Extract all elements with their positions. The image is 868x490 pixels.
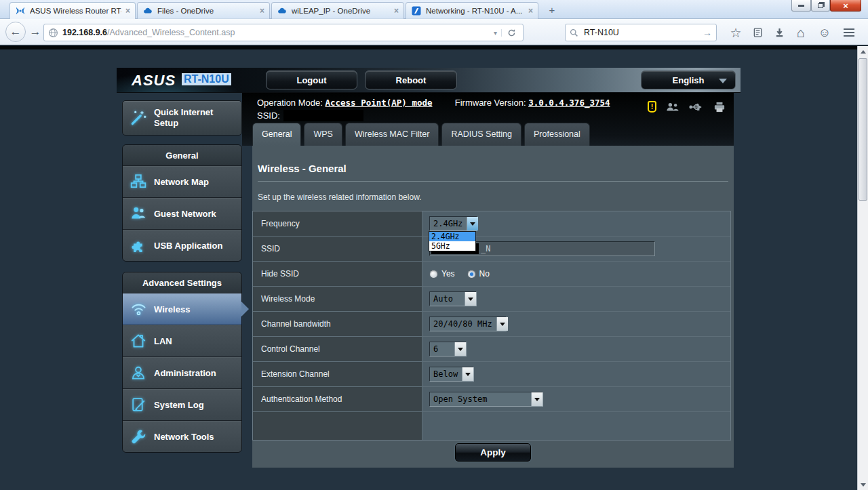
new-tab-button[interactable]: +	[544, 4, 560, 17]
control-channel-value: 6	[430, 342, 454, 356]
tab-professional[interactable]: Professional	[524, 123, 590, 146]
reload-icon	[507, 28, 516, 37]
wireless-mode-value: Auto	[430, 292, 465, 306]
scroll-down-button[interactable]	[858, 479, 868, 490]
sidebar-item-quick-internet-setup[interactable]: Quick Internet Setup	[122, 100, 242, 136]
scroll-up-button[interactable]	[858, 46, 868, 57]
frequency-select[interactable]: 2.4GHz	[429, 216, 477, 231]
forward-button[interactable]: →	[28, 26, 42, 38]
warning-lamp-icon[interactable]: !	[648, 101, 656, 113]
radio-label: Yes	[441, 269, 455, 279]
wrench-icon	[123, 428, 154, 445]
title-divider	[258, 181, 728, 182]
close-icon[interactable]: ×	[260, 7, 264, 14]
tab-radius-setting[interactable]: RADIUS Setting	[441, 123, 521, 146]
network-map-icon	[123, 173, 154, 190]
url-dropdown-icon[interactable]: ▾	[490, 29, 502, 37]
sidebar-item-label: Network Map	[154, 177, 209, 187]
scrollbar-thumb[interactable]	[859, 58, 867, 201]
downloads-icon[interactable]	[771, 25, 787, 40]
row-ssid: SSID _N	[253, 237, 730, 262]
sidebar-item-label: LAN	[154, 336, 172, 346]
extension-channel-select[interactable]: Below	[429, 367, 474, 382]
browser-window: ASUS Wireless Router RT-N... × Files - O…	[0, 0, 868, 490]
dropdown-arrow-icon[interactable]	[454, 342, 466, 356]
sidebar-item-network-map[interactable]: Network Map	[123, 165, 241, 197]
sidebar-item-administration[interactable]: Administration	[123, 356, 241, 388]
channel-bandwidth-select[interactable]: 20/40/80 MHz	[429, 317, 507, 331]
row-empty	[253, 412, 730, 440]
authentication-method-select[interactable]: Open System	[429, 392, 543, 407]
frequency-option-5ghz[interactable]: 5GHz	[429, 241, 475, 251]
tab-general[interactable]: General	[252, 123, 301, 146]
reload-button[interactable]	[502, 28, 519, 37]
printer-icon[interactable]	[713, 102, 726, 113]
apply-button[interactable]: Apply	[455, 443, 531, 462]
ssid-redacted-value	[283, 110, 363, 121]
dropdown-arrow-icon[interactable]	[467, 217, 478, 230]
bookmarks-panel-icon[interactable]	[749, 25, 766, 40]
router-model: RT-N10U	[182, 73, 231, 85]
chat-smiley-icon[interactable]: ☺	[816, 25, 833, 40]
close-icon[interactable]: ×	[125, 7, 130, 14]
firmware-value[interactable]: 3.0.0.4.376_3754	[528, 98, 610, 108]
page-scrollbar[interactable]	[857, 46, 868, 490]
bookmark-star-icon[interactable]: ☆	[728, 25, 744, 40]
ssid-field-label: SSID	[253, 237, 422, 261]
dropdown-arrow-icon[interactable]	[496, 317, 508, 331]
sidebar-item-guest-network[interactable]: Guest Network	[123, 197, 241, 229]
language-dropdown[interactable]: English	[641, 70, 736, 89]
close-icon[interactable]: ×	[528, 7, 533, 14]
browser-tab-wileap-onedrive[interactable]: wiLEAP_IP - OneDrive ×	[271, 2, 404, 19]
router-ui: ASUS RT-N10U Logout Reboot English	[117, 68, 741, 468]
sidebar-item-lan[interactable]: LAN	[123, 325, 241, 356]
tab-title: Files - OneDrive	[157, 7, 256, 15]
asus-logo: ASUS	[132, 72, 176, 89]
sidebar-item-usb-application[interactable]: USB Application	[123, 229, 241, 261]
reboot-button[interactable]: Reboot	[365, 70, 457, 89]
sidebar-section-title-advanced: Advanced Settings	[123, 272, 241, 293]
firmware-label: Firmware Version:	[455, 98, 526, 108]
row-frequency: Frequency 2.4GHz	[253, 211, 730, 237]
frequency-option-24ghz[interactable]: 2.4GHz	[429, 232, 475, 241]
operation-mode-value[interactable]: Access Point(AP) mode	[325, 98, 432, 108]
wireless-mode-select[interactable]: Auto	[429, 291, 477, 306]
clients-group-icon[interactable]	[666, 102, 679, 113]
browser-tab-networking[interactable]: Networking - RT-N10U - A... ×	[406, 2, 538, 19]
hide-ssid-no-option[interactable]: No	[467, 269, 490, 279]
control-channel-select[interactable]: 6	[429, 342, 467, 356]
minimize-button[interactable]	[791, 0, 811, 12]
search-box[interactable]: →	[565, 24, 717, 41]
wifi-icon	[15, 5, 26, 16]
close-icon[interactable]: ×	[394, 7, 399, 14]
row-extension-channel: Extension Channel Below	[253, 362, 730, 387]
router-banner: ASUS RT-N10U Logout Reboot English	[117, 68, 741, 93]
sidebar-item-network-tools[interactable]: Network Tools	[123, 420, 241, 452]
radio-button-no[interactable]	[467, 270, 476, 279]
status-icons: !	[648, 101, 726, 113]
menu-hamburger-icon[interactable]	[841, 25, 857, 40]
dropdown-arrow-icon[interactable]	[465, 292, 476, 306]
browser-tab-asus-router[interactable]: ASUS Wireless Router RT-N... ×	[9, 2, 136, 19]
tab-wireless-mac-filter[interactable]: Wireless MAC Filter	[345, 123, 439, 146]
search-go-icon[interactable]: →	[703, 27, 712, 38]
sidebar-item-wireless[interactable]: Wireless	[123, 293, 241, 325]
logout-button[interactable]: Logout	[266, 70, 357, 89]
usb-icon[interactable]	[689, 102, 704, 112]
dropdown-arrow-icon[interactable]	[531, 392, 542, 406]
close-window-button[interactable]: ×	[830, 0, 861, 12]
sidebar-section-title-general: General	[123, 145, 241, 165]
back-button[interactable]: ←	[5, 22, 26, 42]
dropdown-arrow-icon[interactable]	[462, 367, 473, 381]
url-bar[interactable]: 192.168.9.6/Advanced_Wireless_Content.as…	[43, 24, 524, 41]
search-input[interactable]	[583, 27, 698, 38]
restore-button[interactable]	[811, 0, 830, 12]
hide-ssid-yes-option[interactable]: Yes	[429, 269, 455, 279]
restore-icon	[818, 3, 823, 8]
browser-tab-files-onedrive[interactable]: Files - OneDrive ×	[137, 2, 270, 19]
home-icon[interactable]: ⌂	[793, 25, 809, 40]
sidebar-item-system-log[interactable]: System Log	[123, 388, 241, 420]
tab-wps[interactable]: WPS	[304, 123, 342, 146]
radio-button-yes[interactable]	[429, 270, 438, 279]
status-line-operation-mode: Operation Mode: Access Point(AP) mode Fi…	[257, 98, 610, 108]
